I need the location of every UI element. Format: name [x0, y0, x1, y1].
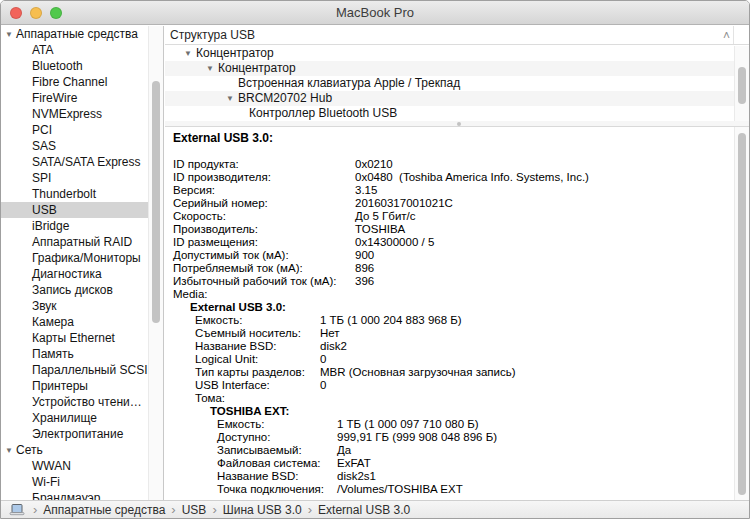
sidebar-item-карты-ethernet[interactable]: Карты Ethernet	[1, 330, 148, 346]
usb-tree-column-header[interactable]: Структура USB ˄	[165, 26, 749, 45]
details-key: Скорость:	[173, 210, 355, 223]
details-value: 20160317001021C	[355, 197, 453, 210]
sidebar-scrollbar-thumb[interactable]	[152, 81, 160, 323]
sidebar-item-label: Диагностика	[32, 267, 102, 281]
details-row-емкость: Емкость:1 ТБ (1 000 204 883 968 Б)	[173, 314, 734, 327]
system-information-window: MacBook Pro ▼Аппаратные средстваATABluet…	[0, 0, 750, 519]
sidebar-item-label: Устройство чтени…	[32, 395, 142, 409]
details-value: 1 ТБ (1 000 097 710 080 Б)	[337, 418, 479, 431]
sidebar-item-label: Запись дисков	[32, 283, 113, 297]
sidebar-item-label: Электропитание	[32, 427, 123, 441]
details-key: Серийный номер:	[173, 197, 355, 210]
sidebar-item-брандмауэр[interactable]: Брандмауэр	[1, 490, 148, 500]
breadcrumb-item-аппаратные-средства[interactable]: Аппаратные средства	[43, 503, 165, 517]
disclosure-triangle-icon[interactable]: ▼	[5, 27, 16, 42]
details-row-допустимый-ток-ма: Допустимый ток (мА):900	[173, 249, 734, 262]
details-key: Logical Unit:	[195, 353, 320, 366]
sidebar-item-хранилище[interactable]: Хранилище	[1, 410, 148, 426]
sidebar-item-label: SATA/SATA Express	[32, 155, 140, 169]
breadcrumb-item-external-usb-3.0[interactable]: External USB 3.0	[318, 503, 410, 517]
tree-row-label: Встроенная клавиатура Apple / Трекпад	[238, 76, 460, 90]
sort-ascending-icon: ˄	[723, 27, 730, 46]
minimize-button[interactable]	[30, 7, 42, 19]
tree-scrollbar[interactable]	[734, 46, 749, 121]
details-value: Нет	[320, 327, 340, 340]
tree-row-контроллер-bluetooth-usb[interactable]: Контроллер Bluetooth USB	[165, 106, 734, 121]
details-subheader-label: External USB 3.0:	[190, 301, 286, 314]
disclosure-triangle-icon[interactable]: ▼	[184, 46, 196, 61]
sidebar-item-ibridge[interactable]: iBridge	[1, 218, 148, 234]
details-value: 999,91 ГБ (999 908 048 896 Б)	[337, 431, 497, 444]
tree-row-label: BRCM20702 Hub	[238, 91, 332, 105]
sidebar-list: ▼Аппаратные средстваATABluetoothFibre Ch…	[1, 26, 148, 500]
sidebar-item-fibre-channel[interactable]: Fibre Channel	[1, 74, 148, 90]
chevron-right-icon: ›	[33, 502, 37, 518]
details-row-тип-карты-разделов: Тип карты разделов:MBR (Основная загрузо…	[173, 366, 734, 379]
sidebar-item-usb[interactable]: USB	[1, 202, 148, 218]
tree-row-концентратор[interactable]: ▼Концентратор	[165, 61, 734, 76]
sidebar-item-память[interactable]: Память	[1, 346, 148, 362]
sidebar-item-pci[interactable]: PCI	[1, 122, 148, 138]
sidebar-item-label: Брандмауэр	[32, 491, 100, 500]
sidebar-item-label: Параллельный SCSI	[32, 363, 147, 377]
close-button[interactable]	[10, 7, 22, 19]
sidebar-item-label: Карты Ethernet	[32, 331, 115, 345]
title-bar[interactable]: MacBook Pro	[1, 1, 749, 25]
chevron-right-icon: ›	[212, 502, 216, 518]
sidebar-item-label: Принтеры	[32, 379, 88, 393]
details-key: Точка подключения:	[217, 483, 337, 496]
details-scrollbar[interactable]	[734, 127, 749, 500]
sidebar-item-принтеры[interactable]: Принтеры	[1, 378, 148, 394]
details-row-файловая-система: Файловая система:ExFAT	[173, 457, 734, 470]
tree-row-label: Контроллер Bluetooth USB	[249, 106, 397, 120]
sidebar-item-label: Камера	[32, 315, 74, 329]
details-key: Тома:	[195, 392, 320, 405]
sidebar-item-запись-дисков[interactable]: Запись дисков	[1, 282, 148, 298]
sidebar-item-firewire[interactable]: FireWire	[1, 90, 148, 106]
sidebar-item-диагностика[interactable]: Диагностика	[1, 266, 148, 282]
tree-scrollbar-thumb[interactable]	[738, 67, 746, 104]
tree-row-label: Концентратор	[218, 61, 296, 75]
zoom-button[interactable]	[50, 7, 62, 19]
details-row-media: Media:	[173, 288, 734, 301]
sidebar-item-звук[interactable]: Звук	[1, 298, 148, 314]
sidebar-item-параллельный-scsi[interactable]: Параллельный SCSI	[1, 362, 148, 378]
sidebar-item-сеть[interactable]: ▼Сеть	[1, 442, 148, 458]
sidebar-item-nvmexpress[interactable]: NVMExpress	[1, 106, 148, 122]
details-value: /Volumes/TOSHIBA EXT	[337, 483, 463, 496]
sidebar-item-камера[interactable]: Камера	[1, 314, 148, 330]
tree-row-встроенная-клавиатура-apple-трекпад[interactable]: Встроенная клавиатура Apple / Трекпад	[165, 76, 734, 91]
splitter-dimple-icon	[457, 122, 461, 126]
details-row-id-размещения: ID размещения:0x14300000 / 5	[173, 236, 734, 249]
sidebar-item-wi-fi[interactable]: Wi-Fi	[1, 474, 148, 490]
tree-row-концентратор[interactable]: ▼Концентратор	[165, 46, 734, 61]
sidebar-item-label: Сеть	[16, 443, 43, 457]
details-scrollbar-thumb[interactable]	[738, 133, 746, 495]
details-row-потребляемый-ток-ма: Потребляемый ток (мА):896	[173, 262, 734, 275]
sidebar-scrollbar[interactable]	[148, 26, 163, 500]
sidebar-item-bluetooth[interactable]: Bluetooth	[1, 58, 148, 74]
sidebar-item-label: Аппаратные средства	[16, 27, 138, 41]
breadcrumb-item-usb[interactable]: USB	[182, 503, 207, 517]
sidebar-item-thunderbolt[interactable]: Thunderbolt	[1, 186, 148, 202]
details-key: Емкость:	[217, 418, 337, 431]
sidebar-item-графика-мониторы[interactable]: Графика/Мониторы	[1, 250, 148, 266]
breadcrumb-item-шина-usb-3.0[interactable]: Шина USB 3.0	[223, 503, 302, 517]
details-row-название-bsd: Название BSD:disk2	[173, 340, 734, 353]
disclosure-triangle-icon[interactable]: ▼	[5, 443, 16, 458]
tree-row-brcm20702-hub[interactable]: ▼BRCM20702 Hub	[165, 91, 734, 106]
details-value: 0	[320, 379, 326, 392]
sidebar-item-устройство-чтени[interactable]: Устройство чтени…	[1, 394, 148, 410]
disclosure-triangle-icon[interactable]: ▼	[226, 91, 238, 106]
sidebar-item-wwan[interactable]: WWAN	[1, 458, 148, 474]
sidebar-item-аппаратные-средства[interactable]: ▼Аппаратные средства	[1, 26, 148, 42]
window-title: MacBook Pro	[1, 1, 749, 24]
sidebar-item-label: SPI	[32, 171, 51, 185]
disclosure-triangle-icon[interactable]: ▼	[206, 61, 218, 76]
sidebar-item-ata[interactable]: ATA	[1, 42, 148, 58]
sidebar-item-аппаратный-raid[interactable]: Аппаратный RAID	[1, 234, 148, 250]
sidebar-item-электропитание[interactable]: Электропитание	[1, 426, 148, 442]
sidebar-item-spi[interactable]: SPI	[1, 170, 148, 186]
sidebar-item-sata-sata-express[interactable]: SATA/SATA Express	[1, 154, 148, 170]
sidebar-item-sas[interactable]: SAS	[1, 138, 148, 154]
